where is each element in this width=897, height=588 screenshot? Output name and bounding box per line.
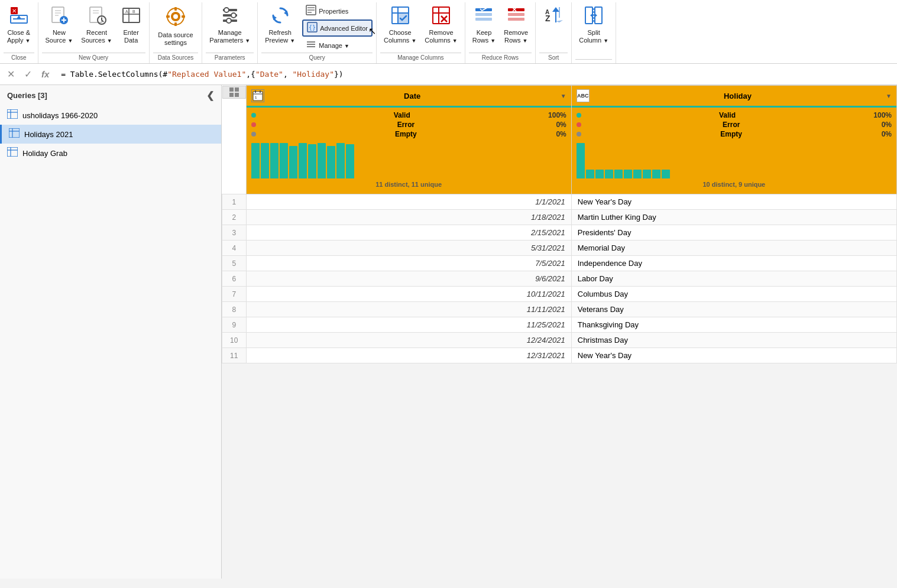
holiday-cell: Presidents' Day (571, 225, 896, 241)
svg-rect-81 (7, 147, 18, 157)
sidebar-collapse-button[interactable]: ❮ (206, 90, 214, 101)
holiday-cell: Columbus Day (571, 287, 896, 302)
holiday-cell: New Year's Day (571, 348, 896, 363)
date-distinct: 11 distinct, 11 unique (251, 181, 566, 190)
holiday-valid-dot (577, 113, 581, 118)
cancel-button[interactable]: ✕ (5, 67, 17, 81)
remove-columns-button[interactable]: RemoveColumns ▼ (421, 4, 461, 47)
bar-item (336, 143, 345, 178)
bar-item (586, 170, 594, 178)
svg-marker-69 (556, 20, 563, 22)
date-cell: 2/15/2021 (246, 225, 571, 241)
close-apply-label: Close &Apply ▼ (7, 29, 31, 44)
ribbon-group-reduce-rows: KeepRows ▼ RemoveRows ▼ Red (465, 2, 536, 63)
data-source-settings-icon (165, 6, 186, 30)
new-source-button[interactable]: NewSource ▼ (42, 4, 77, 47)
svg-text:B: B (132, 9, 135, 14)
holiday-empty-label: Empty (585, 130, 878, 138)
holiday-cell: Labor Day (571, 271, 896, 287)
mouse-cursor-icon: ↖ (368, 25, 376, 37)
date-empty-pct: 0% (556, 130, 566, 138)
holiday-col-dropdown[interactable]: ▼ (886, 93, 892, 99)
keep-rows-icon (474, 6, 493, 28)
queries-title: Queries [3] (7, 91, 47, 100)
manage-icon (306, 39, 316, 51)
date-cell: 11/25/2021 (246, 317, 571, 333)
query-icon (7, 147, 18, 159)
main-layout: Queries [3] ❮ usholidays 1966-2020 Holid… (0, 85, 897, 579)
date-empty-label: Empty (260, 130, 553, 138)
manage-button[interactable]: Manage ▼ (302, 38, 373, 53)
date-col-name: Date (268, 92, 557, 100)
svg-rect-58 (475, 18, 492, 21)
choose-columns-icon (391, 6, 410, 28)
table-row: 11 12/31/2021 New Year's Day (222, 348, 897, 363)
fx-button[interactable]: fx (39, 68, 51, 80)
date-cell: 11/11/2021 (246, 302, 571, 317)
svg-marker-73 (590, 13, 593, 18)
split-column-button[interactable]: SplitColumn ▼ (575, 4, 612, 47)
sidebar-item-holidaygrab[interactable]: Holiday Grab (0, 144, 221, 163)
svg-point-33 (224, 8, 229, 12)
sort-button[interactable]: A Z (539, 4, 568, 31)
query-label: Holidays 2021 (24, 130, 73, 139)
keep-rows-button[interactable]: KeepRows ▼ (469, 4, 499, 47)
bar-item (633, 170, 642, 178)
bar-item (595, 170, 604, 178)
date-col-dropdown[interactable]: ▼ (561, 93, 566, 99)
table-row: 5 7/5/2021 Independence Day (222, 256, 897, 271)
holiday-col-name: Holiday (593, 92, 882, 100)
ribbon-group-close: ✕ Close &Apply ▼ Close (0, 2, 38, 63)
holiday-empty-dot (577, 132, 581, 137)
col-holiday-header: ABC Holiday ▼ Valid 100% (571, 86, 896, 194)
enter-data-button[interactable]: A B EnterData (117, 4, 145, 47)
remove-columns-icon (432, 6, 451, 28)
query-icon (9, 128, 20, 140)
data-source-settings-button[interactable]: Data sourcesettings (154, 4, 196, 49)
bar-item (251, 143, 260, 178)
holiday-cell: Veterans Day (571, 302, 896, 317)
svg-rect-84 (229, 87, 234, 92)
advanced-editor-label: Advanced Editor (320, 25, 368, 32)
confirm-button[interactable]: ✓ (22, 67, 34, 81)
recent-sources-button[interactable]: RecentSources ▼ (77, 4, 115, 47)
properties-icon (306, 5, 316, 17)
manage-columns-group-label: Manage Columns (380, 53, 461, 62)
holiday-error-label: Error (585, 121, 878, 129)
row-number: 3 (222, 225, 247, 241)
svg-rect-27 (174, 22, 177, 26)
svg-point-34 (231, 13, 236, 18)
recent-sources-icon (88, 6, 106, 28)
table-row: 9 11/25/2021 Thanksgiving Day (222, 317, 897, 333)
content-area: 1 Date ▼ Valid 100% (222, 85, 897, 579)
remove-rows-button[interactable]: RemoveRows ▼ (500, 4, 532, 47)
date-empty-dot (251, 132, 256, 137)
table-corner[interactable] (222, 86, 246, 99)
ribbon-group-split-column: SplitColumn ▼ (572, 2, 616, 63)
new-query-group-label: New Query (42, 53, 145, 62)
sidebar-item-holidays2021[interactable]: Holidays 2021 (0, 125, 221, 144)
date-col-profile: Valid 100% Error 0% Em (247, 108, 571, 194)
refresh-preview-button[interactable]: RefreshPreview ▼ (261, 4, 299, 47)
enter-data-label: EnterData (124, 29, 139, 44)
ribbon-group-parameters: ManageParameters ▼ Parameters (202, 2, 258, 63)
data-sources-group-label: Data Sources (153, 53, 199, 62)
manage-parameters-button[interactable]: ManageParameters ▼ (206, 4, 254, 47)
svg-text:Z: Z (545, 14, 550, 23)
bar-item (662, 170, 670, 178)
holiday-cell: New Year's Day (571, 194, 896, 210)
query-icon (7, 109, 18, 121)
formula-text: = Table.SelectColumns(#"Replaced Value1"… (56, 70, 892, 79)
manage-parameters-icon (221, 6, 239, 28)
advanced-editor-button[interactable]: {} Advanced Editor ↖ (302, 20, 373, 37)
ribbon-group-manage-columns: ChooseColumns ▼ RemoveColumns ▼ (377, 2, 465, 63)
holiday-error-pct: 0% (882, 121, 892, 129)
sidebar-item-usholidays[interactable]: usholidays 1966-2020 (0, 106, 221, 125)
svg-rect-86 (229, 93, 234, 97)
properties-button[interactable]: Properties (302, 4, 373, 18)
choose-columns-button[interactable]: ChooseColumns ▼ (380, 4, 420, 47)
close-apply-button[interactable]: ✕ Close &Apply ▼ (4, 4, 34, 47)
bar-item (643, 170, 651, 178)
date-cell: 10/11/2021 (246, 287, 571, 302)
svg-rect-90 (255, 90, 256, 93)
